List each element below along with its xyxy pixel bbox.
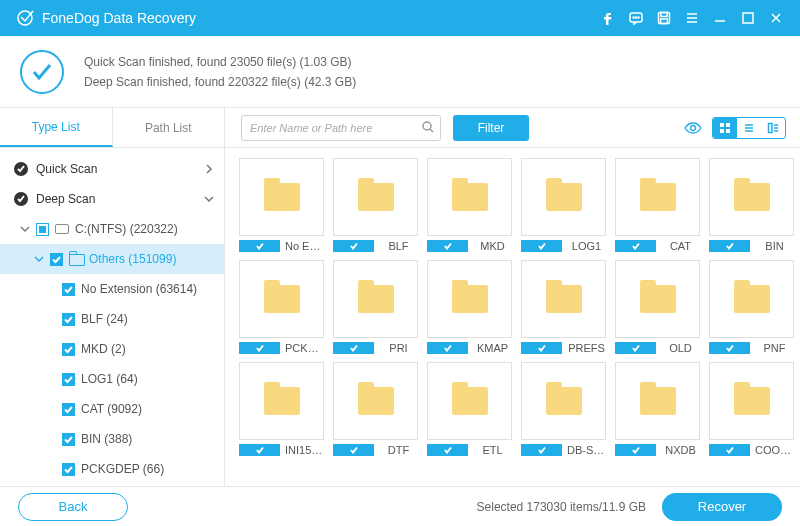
- view-list-button[interactable]: [737, 118, 761, 138]
- checkbox-checked[interactable]: [62, 403, 75, 416]
- checkbox-checked[interactable]: [709, 444, 750, 456]
- grid-cell[interactable]: PREFS: [521, 260, 606, 354]
- checkbox-checked[interactable]: [615, 342, 656, 354]
- grid-cell[interactable]: BIN: [709, 158, 794, 252]
- checkbox-checked[interactable]: [521, 342, 562, 354]
- recover-button[interactable]: Recover: [662, 493, 782, 521]
- grid-cell[interactable]: INI1565052569: [239, 362, 324, 456]
- folder-icon: [264, 285, 300, 313]
- grid-cell[interactable]: PCKGDEP: [239, 260, 324, 354]
- maximize-icon[interactable]: [734, 0, 762, 36]
- checkbox-checked[interactable]: [709, 240, 750, 252]
- preview-icon[interactable]: [682, 117, 704, 139]
- search-input[interactable]: [241, 115, 441, 141]
- checkbox-checked[interactable]: [239, 240, 280, 252]
- grid-cell[interactable]: ETL: [427, 362, 512, 456]
- svg-point-9: [423, 122, 431, 130]
- sidebar-item-drive[interactable]: C:(NTFS) (220322): [0, 214, 224, 244]
- checkbox-checked[interactable]: [62, 433, 75, 446]
- grid-cell[interactable]: OLD: [615, 260, 700, 354]
- checkbox-checked[interactable]: [62, 313, 75, 326]
- grid-cell[interactable]: PNF: [709, 260, 794, 354]
- grid-cell[interactable]: CAT: [615, 158, 700, 252]
- checkbox-checked[interactable]: [333, 342, 374, 354]
- grid-cell[interactable]: DB-SHM: [521, 362, 606, 456]
- grid-cell[interactable]: DTF: [333, 362, 418, 456]
- checkbox-checked[interactable]: [62, 343, 75, 356]
- sidebar-item-label: Quick Scan: [36, 162, 97, 176]
- grid-cell[interactable]: LOG1: [521, 158, 606, 252]
- grid-item-label: PNF: [755, 342, 794, 354]
- sidebar-item-others[interactable]: Others (151099): [0, 244, 224, 274]
- checkbox-checked[interactable]: [521, 444, 562, 456]
- back-button[interactable]: Back: [18, 493, 128, 521]
- checkbox-checked[interactable]: [62, 283, 75, 296]
- footer: Back Selected 173030 items/11.9 GB Recov…: [0, 486, 800, 526]
- save-icon[interactable]: [650, 0, 678, 36]
- sidebar-item[interactable]: PCKGDEP (66): [0, 454, 224, 484]
- folder-icon: [640, 285, 676, 313]
- checkbox-checked[interactable]: [62, 463, 75, 476]
- grid-item-label: ETL: [473, 444, 512, 456]
- checkbox-checked[interactable]: [333, 240, 374, 252]
- svg-rect-11: [720, 123, 724, 127]
- checkbox-checked[interactable]: [62, 373, 75, 386]
- sidebar-item-label: BIN (388): [81, 432, 132, 446]
- grid-cell[interactable]: MKD: [427, 158, 512, 252]
- sidebar-item[interactable]: LOG1 (64): [0, 364, 224, 394]
- checkbox-checked[interactable]: [709, 342, 750, 354]
- folder-thumbnail: [521, 158, 606, 236]
- checkbox-checked[interactable]: [239, 342, 280, 354]
- sidebar-item-deep-scan[interactable]: Deep Scan: [0, 184, 224, 214]
- svg-rect-6: [661, 13, 667, 17]
- view-detail-button[interactable]: [761, 118, 785, 138]
- close-icon[interactable]: [762, 0, 790, 36]
- checkbox-checked[interactable]: [615, 444, 656, 456]
- sidebar-item-quick-scan[interactable]: Quick Scan: [0, 154, 224, 184]
- feedback-icon[interactable]: [622, 0, 650, 36]
- sidebar-item[interactable]: MKD (2): [0, 334, 224, 364]
- bullet-icon: [14, 162, 28, 176]
- file-grid: No ExtensionBLFMKDLOG1CATBINPCKGDEPPRIKM…: [225, 148, 800, 486]
- sidebar-item[interactable]: BLF (24): [0, 304, 224, 334]
- checkbox-partial[interactable]: [36, 223, 49, 236]
- share-facebook-icon[interactable]: [594, 0, 622, 36]
- search-icon[interactable]: [421, 120, 435, 137]
- sidebar-item[interactable]: BIN (388): [0, 424, 224, 454]
- sidebar-item[interactable]: CAT (9092): [0, 394, 224, 424]
- folder-icon: [264, 183, 300, 211]
- checkbox-checked[interactable]: [521, 240, 562, 252]
- tab-path-list[interactable]: Path List: [113, 108, 226, 147]
- grid-cell[interactable]: COOKIE: [709, 362, 794, 456]
- disk-icon: [55, 224, 69, 234]
- checkbox-checked[interactable]: [427, 444, 468, 456]
- sidebar: Quick Scan Deep Scan C:(NTFS) (220322) O…: [0, 148, 225, 486]
- checkbox-checked[interactable]: [427, 240, 468, 252]
- grid-cell[interactable]: NXDB: [615, 362, 700, 456]
- tab-type-list[interactable]: Type List: [0, 108, 113, 147]
- checkbox-checked[interactable]: [615, 240, 656, 252]
- menu-icon[interactable]: [678, 0, 706, 36]
- grid-cell[interactable]: No Extension: [239, 158, 324, 252]
- folder-thumbnail: [333, 158, 418, 236]
- sidebar-item[interactable]: No Extension (63614): [0, 274, 224, 304]
- search-wrap: [241, 115, 441, 141]
- checkbox-checked[interactable]: [50, 253, 63, 266]
- checkbox-checked[interactable]: [427, 342, 468, 354]
- checkbox-checked[interactable]: [333, 444, 374, 456]
- scan-status: Quick Scan finished, found 23050 file(s)…: [0, 36, 800, 108]
- grid-cell[interactable]: KMAP: [427, 260, 512, 354]
- svg-rect-12: [726, 123, 730, 127]
- grid-cell[interactable]: BLF: [333, 158, 418, 252]
- checkbox-checked[interactable]: [239, 444, 280, 456]
- view-grid-button[interactable]: [713, 118, 737, 138]
- sidebar-item-label: BLF (24): [81, 312, 128, 326]
- folder-icon: [358, 183, 394, 211]
- grid-item-label: DTF: [379, 444, 418, 456]
- grid-cell[interactable]: PRI: [333, 260, 418, 354]
- grid-item-label: CAT: [661, 240, 700, 252]
- filter-button[interactable]: Filter: [453, 115, 529, 141]
- minimize-icon[interactable]: [706, 0, 734, 36]
- grid-item-label: LOG1: [567, 240, 606, 252]
- folder-icon: [452, 285, 488, 313]
